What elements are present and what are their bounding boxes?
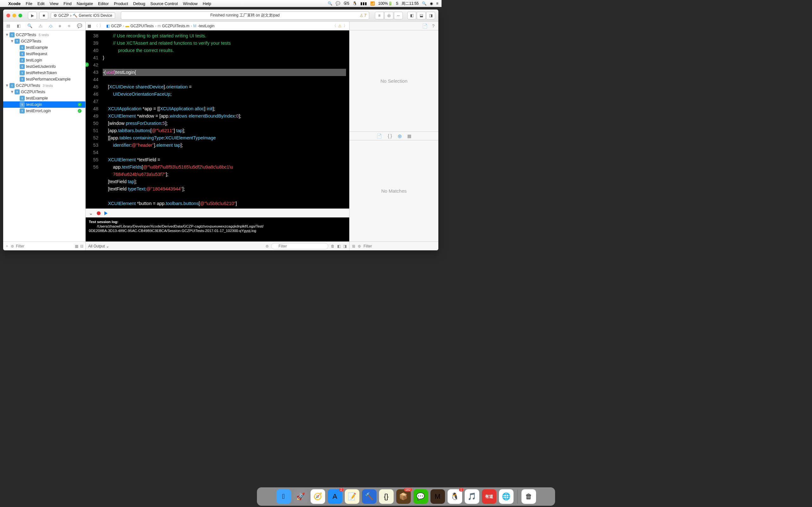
version-editor-button[interactable]: ↔ — [394, 12, 403, 19]
menu-debug[interactable]: Debug — [133, 1, 145, 6]
clock[interactable]: 周二11:55 — [402, 1, 419, 6]
library-view-mode-icon[interactable]: ⊞ — [352, 244, 355, 248]
stop-button[interactable]: ■ — [39, 12, 48, 19]
test-item[interactable]: ▼TGCZPUITests — [3, 89, 85, 95]
warning-badge[interactable]: ⚠︎ 7 — [360, 13, 366, 18]
quick-help-icon[interactable]: ? — [432, 23, 435, 29]
standard-editor-button[interactable]: ≡ — [375, 12, 384, 19]
test-item[interactable]: ttestLogin — [3, 57, 85, 63]
menu-help[interactable]: Help — [203, 1, 211, 6]
status-icon[interactable]: S — [396, 1, 398, 6]
test-item[interactable]: ▼TGCZPTests — [3, 38, 85, 44]
menu-edit[interactable]: Edit — [38, 1, 44, 6]
jump-bar[interactable]: ▦ 〈 〉 ◧GCZP› ▬GCZPUITests› m GCZPUITests… — [86, 21, 349, 31]
menu-view[interactable]: View — [49, 1, 58, 6]
toggle-console-view-icon[interactable]: ◨ — [343, 244, 347, 248]
inspector-panel: 📄 ? No Selection 📄 { } ◎ ▦ No Matches ⊞ … — [350, 21, 438, 250]
file-inspector-icon[interactable]: 📄 — [422, 23, 427, 29]
breakpoint-navigator-icon[interactable]: ⎆ — [68, 23, 70, 28]
navigator-tabs: ▤ ◧ 🔍 ⚠︎ ◇ ⎈ ⎆ 💬 — [3, 21, 85, 31]
go-back-icon[interactable]: 〈 — [94, 23, 98, 29]
test-item[interactable]: ▼tGCZPTests6 tests — [3, 32, 85, 38]
related-items-icon[interactable]: ▦ — [88, 24, 91, 28]
library-empty-label: No Matches — [350, 140, 438, 241]
code-snippet-library-icon[interactable]: { } — [388, 133, 392, 138]
filter-toggle-icon[interactable]: ⊟ — [80, 244, 84, 248]
app-menu[interactable]: Xcode — [8, 1, 20, 6]
toggle-inspector-button[interactable]: ◨ — [426, 12, 435, 19]
menu-editor[interactable]: Editor — [98, 1, 109, 6]
prev-issue-icon[interactable]: 〈 — [333, 23, 336, 29]
next-issue-icon[interactable]: 〉 — [344, 23, 347, 29]
scheme-selector[interactable]: ⚙︎GCZP›🔨Generic iOS Device — [51, 12, 115, 19]
file-template-library-icon[interactable]: 📄 — [376, 133, 382, 138]
status-icon[interactable]: 🐧 — [352, 1, 357, 6]
navigator-filter-input[interactable] — [16, 244, 73, 248]
notification-center-icon[interactable]: ≡ — [436, 1, 438, 6]
debug-navigator-icon[interactable]: ⎈ — [59, 23, 61, 28]
wifi-icon[interactable]: 📶 — [370, 1, 375, 6]
filter-toggle-icon[interactable]: ▦ — [75, 244, 78, 248]
menu-file[interactable]: File — [26, 1, 32, 6]
issue-navigator-icon[interactable]: ⚠︎ — [39, 23, 43, 28]
run-button[interactable]: ▶ — [28, 12, 37, 19]
test-item-selected[interactable]: ttestLogin✓ — [3, 101, 85, 108]
menu-product[interactable]: Product — [114, 1, 128, 6]
toggle-breakpoints-icon[interactable]: ⌄ — [89, 210, 93, 216]
assistant-editor-button[interactable]: ◎ — [385, 12, 393, 19]
test-item[interactable]: ttestPerformanceExample — [3, 76, 85, 82]
siri-icon[interactable]: ◉ — [430, 1, 433, 6]
test-item[interactable]: ttestExample — [3, 95, 85, 101]
test-item[interactable]: ttestRequest — [3, 51, 85, 57]
test-item[interactable]: ttestExample — [3, 44, 85, 51]
find-navigator-icon[interactable]: 🔍 — [27, 23, 32, 28]
status-icon[interactable]: 🔍 — [328, 1, 333, 6]
test-item[interactable]: ▼tGCZPUITests3 tests — [3, 82, 85, 89]
window-minimize[interactable] — [12, 14, 16, 17]
status-icon[interactable]: ▮▮▮ — [360, 1, 367, 6]
battery-status[interactable]: 100% 🔋 — [378, 1, 393, 6]
toolbar: ▶ ■ ⚙︎GCZP›🔨Generic iOS Device Finished … — [3, 9, 438, 21]
toggle-debug-area-button[interactable]: ⬓ — [417, 12, 426, 19]
symbol-navigator-icon[interactable]: ◧ — [17, 23, 20, 28]
menu-source-control[interactable]: Source Control — [150, 1, 178, 6]
test-navigator-tree: ▼tGCZPTests6 tests▼TGCZPTeststtestExampl… — [3, 31, 85, 241]
test-item[interactable]: ttestRefreshToken — [3, 70, 85, 76]
test-item[interactable]: ttestGetUsderinfo — [3, 63, 85, 70]
toggle-navigator-button[interactable]: ◧ — [407, 12, 416, 19]
object-library-icon[interactable]: ◎ — [398, 133, 402, 138]
console-filter-input[interactable] — [271, 243, 328, 249]
project-navigator-icon[interactable]: ▤ — [6, 23, 10, 28]
editor-area: ▦ 〈 〉 ◧GCZP› ▬GCZPUITests› m GCZPUITests… — [86, 21, 350, 250]
clear-console-icon[interactable]: 🗑 — [331, 244, 335, 248]
xcode-window: ▶ ■ ⚙︎GCZP›🔨Generic iOS Device Finished … — [3, 9, 438, 250]
menu-find[interactable]: Find — [63, 1, 71, 6]
library-filter-input[interactable] — [363, 244, 436, 248]
window-close[interactable] — [6, 14, 10, 17]
console-output[interactable]: Test session log: /Users/zhaowl/Library/… — [86, 217, 349, 241]
media-library-icon[interactable]: ▦ — [407, 133, 411, 138]
add-button[interactable]: ＋ — [5, 243, 9, 249]
status-icon[interactable]: 💬 — [336, 1, 340, 6]
record-ui-test-button[interactable] — [97, 211, 101, 215]
filter-scope-icon[interactable]: ⊚ — [11, 244, 14, 248]
filter-scope-icon[interactable]: ⊚ — [265, 244, 269, 248]
menu-navigate[interactable]: Navigate — [77, 1, 93, 6]
go-forward-icon[interactable]: 〉 — [99, 23, 103, 29]
navigator-panel: ▤ ◧ 🔍 ⚠︎ ◇ ⎈ ⎆ 💬 ▼tGCZPTests6 tests▼TGCZ… — [3, 21, 86, 250]
filter-scope-icon[interactable]: ⊚ — [358, 244, 361, 248]
window-zoom[interactable] — [18, 14, 22, 17]
test-navigator-icon[interactable]: ◇ — [49, 23, 52, 28]
inspector-empty-label: No Selection — [350, 31, 438, 131]
code-editor[interactable]: 38394041424344454647484950515253545556 /… — [86, 31, 349, 209]
activity-status: Finished running 工厂直聘 on 赵文龙ipad ⚠︎ 7 — [121, 11, 369, 20]
output-selector[interactable]: All Output ⌄ — [88, 244, 109, 248]
toggle-variables-view-icon[interactable]: ◧ — [337, 244, 341, 248]
test-item[interactable]: ttestErrorLogin✓ — [3, 108, 85, 114]
status-icon[interactable]: ⦿ 5 — [344, 1, 350, 6]
continue-execution-button[interactable] — [104, 211, 107, 215]
menu-window[interactable]: Window — [183, 1, 198, 6]
macos-menubar: Xcode File Edit View Find Navigate Edito… — [0, 0, 442, 7]
spotlight-icon[interactable]: 🔍 — [422, 1, 426, 6]
report-navigator-icon[interactable]: 💬 — [77, 23, 82, 28]
